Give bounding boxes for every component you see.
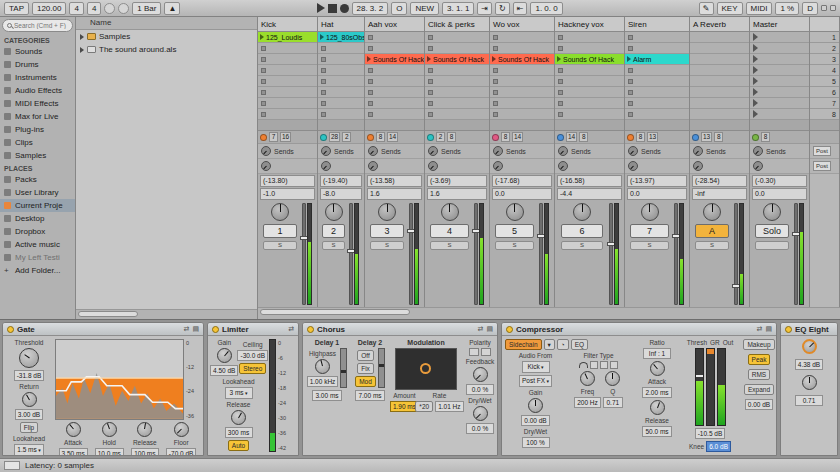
flip-toggle[interactable]: Flip [20,422,38,433]
clip-stop-button[interactable] [628,46,633,51]
post-pre-toggle[interactable]: Post [813,146,831,156]
tap-tempo-button[interactable]: TAP [4,2,29,15]
punch-in-toggle[interactable]: ⇥ [477,2,492,15]
pan-knob[interactable] [641,203,659,221]
clip-slot[interactable] [365,87,424,98]
polarity-normal-button[interactable] [469,348,479,356]
time-signature-numerator[interactable]: 4 [69,2,83,15]
clip-slot[interactable] [425,32,489,43]
activity-view-icon[interactable]: ◔ [557,339,569,350]
threshold-handle[interactable] [696,375,703,377]
hot-swap-icon[interactable]: ⇄ [478,325,484,333]
clip-slot[interactable] [750,109,809,120]
rate-x20-toggle[interactable]: *20 [415,401,433,412]
clip-slot[interactable] [555,109,624,120]
gate-title-bar[interactable]: Gate ⇄ ▤ [3,323,203,336]
lookahead-select[interactable]: 3 ms [225,387,253,399]
sidebar-item-clips[interactable]: Clips [0,136,75,149]
volume-fader[interactable] [674,203,678,305]
sidebar-item-plug-ins[interactable]: Plug-ins [0,123,75,136]
track-volume-display[interactable]: -1.0 [260,188,315,200]
track-activator-button[interactable]: 7 [630,224,668,238]
scene-slot[interactable]: 8 [810,109,839,120]
release-value[interactable]: 50.0 ms [642,426,671,437]
delay2-time-slider[interactable] [378,348,385,388]
track-title[interactable]: Aah vox [365,17,424,32]
clip-slot[interactable] [258,43,317,54]
preview-button[interactable] [755,241,789,250]
scene-launch-button[interactable] [753,77,758,85]
pan-knob[interactable] [441,203,459,221]
solo-button[interactable]: S [370,241,404,250]
clip-stop-button[interactable] [261,112,266,117]
highpass-value[interactable]: 1.00 kHz [307,376,339,387]
clip[interactable]: Sounds Of Hack [555,54,624,64]
sidebar-item-sounds[interactable]: Sounds [0,45,75,58]
clip-slot[interactable] [490,65,554,76]
threshold-value[interactable]: -10.5 dB [695,428,726,439]
clip-stop-button[interactable] [321,68,326,73]
send-a-knob[interactable] [753,146,763,156]
dry-wet-value[interactable]: 0.0 % [466,423,494,434]
clip-stop-button[interactable] [321,46,326,51]
clip-stop-button[interactable] [261,90,266,95]
hold-knob[interactable] [102,422,117,437]
band-q-value[interactable]: 0.71 [795,395,823,406]
clip-stop-button[interactable] [428,68,433,73]
session-hscrollbar[interactable] [258,307,840,319]
clip-slot[interactable] [318,87,364,98]
volume-fader[interactable] [794,203,798,305]
device-activator-icon[interactable] [307,326,314,333]
sidebar-place-user-library[interactable]: User Library [0,186,75,199]
solo-button[interactable]: S [430,241,468,250]
scroll-thumb[interactable] [78,311,138,317]
filter-highpass-icon[interactable] [610,361,618,369]
attack-value[interactable]: 3.50 ms [59,448,88,456]
clip-stop-button[interactable] [493,101,498,106]
clip-stop-button[interactable] [628,112,633,117]
clip-slot[interactable] [490,87,554,98]
clip-slot[interactable] [625,109,689,120]
browser-name-column-header[interactable]: Name [76,17,257,30]
track-title[interactable]: Click & perks [425,17,489,32]
post-pre-toggle[interactable]: Post [813,161,831,171]
clip-slot[interactable] [258,87,317,98]
solo-button[interactable]: S [495,241,533,250]
clip-stop-button[interactable] [368,101,373,106]
track-activator-button[interactable]: A [695,224,729,238]
feedback-value[interactable]: 0.0 % [466,384,494,395]
clip-stop-button[interactable] [493,79,498,84]
collapsed-view-icon[interactable]: ▾ [544,339,555,350]
release-value[interactable]: 100 ms [131,448,159,456]
clip-stop-button[interactable] [428,35,433,40]
key-map-toggle[interactable]: KEY [717,2,743,15]
delay2-mode-off[interactable]: Off [357,350,374,361]
io-channel-value[interactable]: 8 [579,132,588,142]
mod-rate-value[interactable]: 1.01 Hz [435,401,463,412]
new-button[interactable]: NEW [410,2,439,15]
clip-slot[interactable] [690,98,749,109]
feedback-knob[interactable] [473,367,488,382]
clip-slot[interactable]: 125_80sObs [318,32,364,43]
nudge-down-button[interactable] [104,3,115,14]
sidechain-gain-value[interactable]: 0.00 dB [521,415,549,426]
nudge-up-button[interactable] [118,3,129,14]
clip-slot[interactable]: Alarm [625,54,689,65]
clip-stop-button[interactable] [428,112,433,117]
return-knob[interactable] [22,392,37,407]
clip-slot[interactable] [690,65,749,76]
clip-stop-button[interactable] [368,90,373,95]
limiter-title-bar[interactable]: Limiter ⇄ [208,323,298,336]
search-box[interactable] [2,19,73,32]
clip-stop-button[interactable] [493,46,498,51]
clip-slot[interactable] [490,43,554,54]
track-activator-button[interactable]: 5 [495,224,533,238]
sidebar-place-my-left-testi[interactable]: My Left Testi [0,251,75,264]
io-channel-value[interactable]: 14 [387,132,398,142]
io-channel-value[interactable]: 8 [501,132,510,142]
track-volume-display[interactable]: -8.0 [320,188,362,200]
output-gain-value[interactable]: 0.00 dB [745,399,773,410]
io-channel-value[interactable]: 14 [566,132,577,142]
hot-swap-icon[interactable]: ⇄ [288,325,294,333]
scene-launch-button[interactable] [753,44,758,52]
